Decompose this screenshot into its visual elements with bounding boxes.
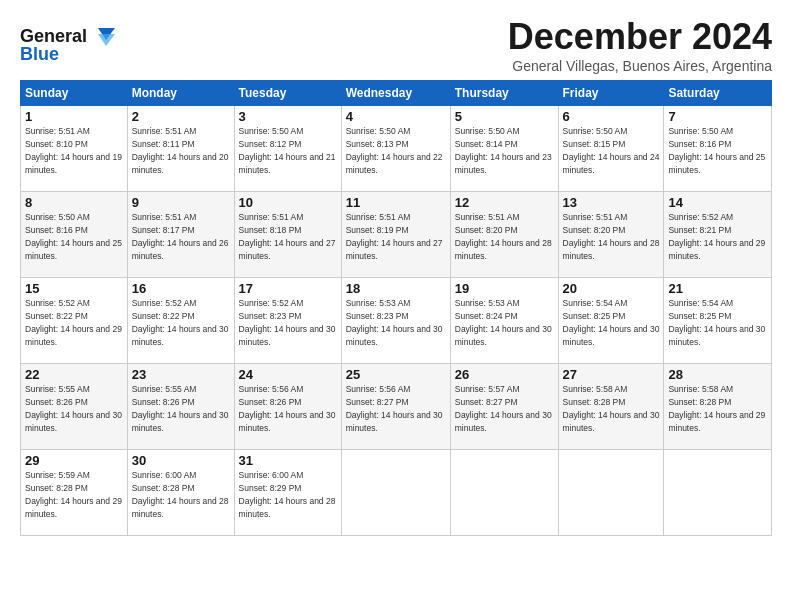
day-detail: Sunrise: 5:51 AMSunset: 8:19 PMDaylight:… [346, 212, 443, 261]
day-detail: Sunrise: 5:51 AMSunset: 8:20 PMDaylight:… [563, 212, 660, 261]
calendar-cell: 19 Sunrise: 5:53 AMSunset: 8:24 PMDaylig… [450, 278, 558, 364]
day-detail: Sunrise: 5:51 AMSunset: 8:20 PMDaylight:… [455, 212, 552, 261]
header-sunday: Sunday [21, 81, 128, 106]
day-number: 1 [25, 109, 123, 124]
svg-marker-3 [98, 34, 115, 46]
header-friday: Friday [558, 81, 664, 106]
day-number: 5 [455, 109, 554, 124]
calendar-cell: 31 Sunrise: 6:00 AMSunset: 8:29 PMDaylig… [234, 450, 341, 536]
calendar-week-2: 8 Sunrise: 5:50 AMSunset: 8:16 PMDayligh… [21, 192, 772, 278]
calendar-cell: 28 Sunrise: 5:58 AMSunset: 8:28 PMDaylig… [664, 364, 772, 450]
calendar-cell: 1 Sunrise: 5:51 AMSunset: 8:10 PMDayligh… [21, 106, 128, 192]
day-number: 2 [132, 109, 230, 124]
logo: General Blue [20, 20, 115, 72]
calendar-cell: 13 Sunrise: 5:51 AMSunset: 8:20 PMDaylig… [558, 192, 664, 278]
calendar-cell: 22 Sunrise: 5:55 AMSunset: 8:26 PMDaylig… [21, 364, 128, 450]
calendar-cell: 25 Sunrise: 5:56 AMSunset: 8:27 PMDaylig… [341, 364, 450, 450]
day-number: 9 [132, 195, 230, 210]
title-block: December 2024 General Villegas, Buenos A… [508, 16, 772, 74]
day-detail: Sunrise: 5:53 AMSunset: 8:23 PMDaylight:… [346, 298, 443, 347]
day-detail: Sunrise: 5:56 AMSunset: 8:26 PMDaylight:… [239, 384, 336, 433]
day-number: 27 [563, 367, 660, 382]
header-thursday: Thursday [450, 81, 558, 106]
day-detail: Sunrise: 5:52 AMSunset: 8:22 PMDaylight:… [132, 298, 229, 347]
header-wednesday: Wednesday [341, 81, 450, 106]
day-number: 25 [346, 367, 446, 382]
day-detail: Sunrise: 5:59 AMSunset: 8:28 PMDaylight:… [25, 470, 122, 519]
calendar-table: Sunday Monday Tuesday Wednesday Thursday… [20, 80, 772, 536]
calendar-cell [558, 450, 664, 536]
day-detail: Sunrise: 6:00 AMSunset: 8:29 PMDaylight:… [239, 470, 336, 519]
day-detail: Sunrise: 5:52 AMSunset: 8:23 PMDaylight:… [239, 298, 336, 347]
calendar-week-4: 22 Sunrise: 5:55 AMSunset: 8:26 PMDaylig… [21, 364, 772, 450]
calendar-cell: 24 Sunrise: 5:56 AMSunset: 8:26 PMDaylig… [234, 364, 341, 450]
calendar-cell: 30 Sunrise: 6:00 AMSunset: 8:28 PMDaylig… [127, 450, 234, 536]
calendar-week-1: 1 Sunrise: 5:51 AMSunset: 8:10 PMDayligh… [21, 106, 772, 192]
day-number: 23 [132, 367, 230, 382]
header-monday: Monday [127, 81, 234, 106]
day-detail: Sunrise: 5:52 AMSunset: 8:21 PMDaylight:… [668, 212, 765, 261]
day-number: 22 [25, 367, 123, 382]
day-number: 18 [346, 281, 446, 296]
day-number: 10 [239, 195, 337, 210]
day-detail: Sunrise: 6:00 AMSunset: 8:28 PMDaylight:… [132, 470, 229, 519]
day-detail: Sunrise: 5:54 AMSunset: 8:25 PMDaylight:… [668, 298, 765, 347]
day-detail: Sunrise: 5:58 AMSunset: 8:28 PMDaylight:… [668, 384, 765, 433]
day-detail: Sunrise: 5:51 AMSunset: 8:11 PMDaylight:… [132, 126, 229, 175]
day-detail: Sunrise: 5:50 AMSunset: 8:15 PMDaylight:… [563, 126, 660, 175]
day-number: 14 [668, 195, 767, 210]
day-number: 13 [563, 195, 660, 210]
header-row: Sunday Monday Tuesday Wednesday Thursday… [21, 81, 772, 106]
calendar-cell [341, 450, 450, 536]
calendar-cell: 4 Sunrise: 5:50 AMSunset: 8:13 PMDayligh… [341, 106, 450, 192]
day-detail: Sunrise: 5:54 AMSunset: 8:25 PMDaylight:… [563, 298, 660, 347]
header-tuesday: Tuesday [234, 81, 341, 106]
day-number: 6 [563, 109, 660, 124]
day-number: 8 [25, 195, 123, 210]
calendar-cell: 2 Sunrise: 5:51 AMSunset: 8:11 PMDayligh… [127, 106, 234, 192]
calendar-cell: 16 Sunrise: 5:52 AMSunset: 8:22 PMDaylig… [127, 278, 234, 364]
calendar-cell: 14 Sunrise: 5:52 AMSunset: 8:21 PMDaylig… [664, 192, 772, 278]
calendar-cell: 17 Sunrise: 5:52 AMSunset: 8:23 PMDaylig… [234, 278, 341, 364]
day-number: 4 [346, 109, 446, 124]
calendar-cell: 11 Sunrise: 5:51 AMSunset: 8:19 PMDaylig… [341, 192, 450, 278]
calendar-cell: 5 Sunrise: 5:50 AMSunset: 8:14 PMDayligh… [450, 106, 558, 192]
calendar-header: Sunday Monday Tuesday Wednesday Thursday… [21, 81, 772, 106]
calendar-cell: 9 Sunrise: 5:51 AMSunset: 8:17 PMDayligh… [127, 192, 234, 278]
calendar-cell: 10 Sunrise: 5:51 AMSunset: 8:18 PMDaylig… [234, 192, 341, 278]
calendar-cell: 12 Sunrise: 5:51 AMSunset: 8:20 PMDaylig… [450, 192, 558, 278]
day-number: 17 [239, 281, 337, 296]
day-number: 26 [455, 367, 554, 382]
location-subtitle: General Villegas, Buenos Aires, Argentin… [508, 58, 772, 74]
day-number: 3 [239, 109, 337, 124]
calendar-week-5: 29 Sunrise: 5:59 AMSunset: 8:28 PMDaylig… [21, 450, 772, 536]
calendar-cell: 3 Sunrise: 5:50 AMSunset: 8:12 PMDayligh… [234, 106, 341, 192]
calendar-cell: 26 Sunrise: 5:57 AMSunset: 8:27 PMDaylig… [450, 364, 558, 450]
calendar-cell [450, 450, 558, 536]
day-number: 30 [132, 453, 230, 468]
day-detail: Sunrise: 5:56 AMSunset: 8:27 PMDaylight:… [346, 384, 443, 433]
day-detail: Sunrise: 5:51 AMSunset: 8:18 PMDaylight:… [239, 212, 336, 261]
calendar-body: 1 Sunrise: 5:51 AMSunset: 8:10 PMDayligh… [21, 106, 772, 536]
header-saturday: Saturday [664, 81, 772, 106]
day-detail: Sunrise: 5:53 AMSunset: 8:24 PMDaylight:… [455, 298, 552, 347]
calendar-cell: 23 Sunrise: 5:55 AMSunset: 8:26 PMDaylig… [127, 364, 234, 450]
day-detail: Sunrise: 5:50 AMSunset: 8:13 PMDaylight:… [346, 126, 443, 175]
day-number: 16 [132, 281, 230, 296]
day-detail: Sunrise: 5:51 AMSunset: 8:17 PMDaylight:… [132, 212, 229, 261]
day-number: 21 [668, 281, 767, 296]
calendar-page: General Blue December 2024 General Ville… [0, 0, 792, 612]
month-title: December 2024 [508, 16, 772, 58]
day-detail: Sunrise: 5:50 AMSunset: 8:14 PMDaylight:… [455, 126, 552, 175]
day-detail: Sunrise: 5:55 AMSunset: 8:26 PMDaylight:… [132, 384, 229, 433]
day-detail: Sunrise: 5:55 AMSunset: 8:26 PMDaylight:… [25, 384, 122, 433]
day-number: 7 [668, 109, 767, 124]
logo-text: General Blue [20, 20, 115, 72]
day-number: 12 [455, 195, 554, 210]
day-number: 28 [668, 367, 767, 382]
calendar-cell: 6 Sunrise: 5:50 AMSunset: 8:15 PMDayligh… [558, 106, 664, 192]
day-number: 31 [239, 453, 337, 468]
day-number: 20 [563, 281, 660, 296]
calendar-cell: 29 Sunrise: 5:59 AMSunset: 8:28 PMDaylig… [21, 450, 128, 536]
calendar-cell: 7 Sunrise: 5:50 AMSunset: 8:16 PMDayligh… [664, 106, 772, 192]
